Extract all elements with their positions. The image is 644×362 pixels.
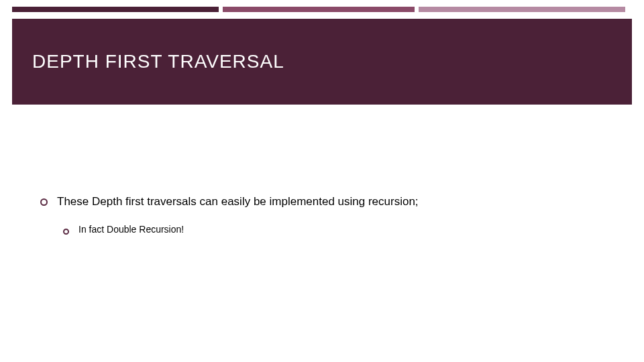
bullet-item: These Depth first traversals can easily … [40, 194, 604, 210]
sub-bullet-item: In fact Double Recursion! [63, 223, 604, 237]
slide-body: These Depth first traversals can easily … [40, 194, 604, 251]
circle-bullet-icon [63, 229, 69, 235]
bullet-icon [40, 196, 48, 208]
bullet-text: These Depth first traversals can easily … [57, 194, 419, 210]
title-band: DEPTH FIRST TRAVERSAL [12, 19, 632, 105]
accent-bar-1 [12, 7, 219, 12]
sub-bullet-text: In fact Double Recursion! [78, 223, 184, 236]
circle-bullet-icon [40, 198, 48, 206]
accent-bar-2 [223, 7, 415, 12]
accent-bars [12, 7, 632, 12]
accent-bar-3 [419, 7, 625, 12]
slide: DEPTH FIRST TRAVERSAL These Depth first … [0, 0, 644, 362]
slide-title: DEPTH FIRST TRAVERSAL [32, 51, 284, 72]
bullet-icon [63, 225, 69, 237]
